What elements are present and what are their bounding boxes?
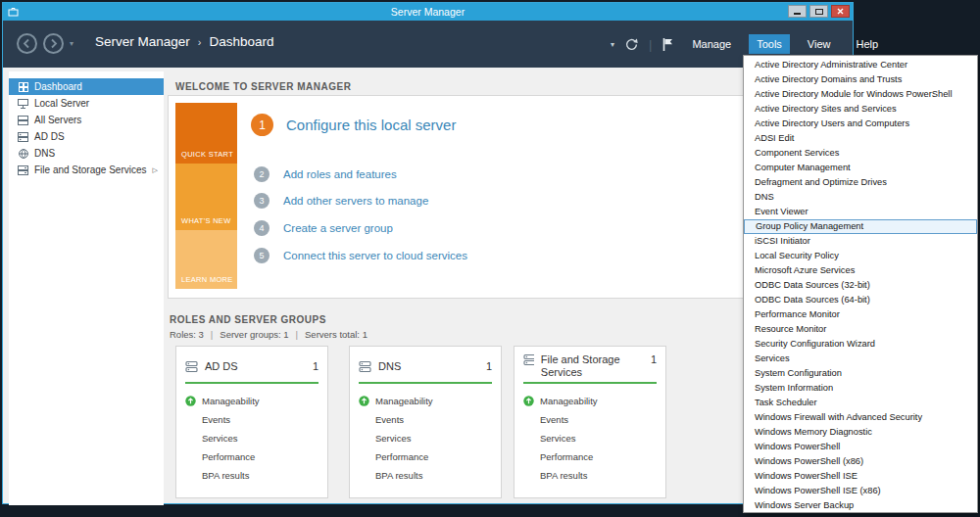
tools-menu-item[interactable]: Windows PowerShell ISE (x86) <box>744 484 977 498</box>
navbar: ▾ Server Manager › Dashboard ▾ | Man <box>3 21 853 68</box>
card-row-events[interactable]: Events <box>185 410 318 429</box>
role-card-title: DNS <box>378 360 401 373</box>
role-server-icon <box>185 360 198 373</box>
tools-menu-item[interactable]: Component Services <box>744 146 977 161</box>
sidebar-item-local-server[interactable]: Local Server <box>9 95 164 112</box>
tools-menu-item[interactable]: Performance Monitor <box>744 307 977 322</box>
role-card-count: 1 <box>486 360 492 372</box>
tab-quick-start[interactable]: QUICK START <box>175 103 237 164</box>
step-configure-local-server[interactable]: 1 Configure this local server <box>251 114 456 136</box>
role-card-ad-ds: AD DS 1 Manageability Events Services Pe… <box>175 346 328 498</box>
tools-menu-item[interactable]: Task Scheduler <box>744 396 977 410</box>
tools-menu-item[interactable]: Active Directory Module for Windows Powe… <box>744 87 977 102</box>
role-card-file-storage-services: File and Storage Services 1 Manageabilit… <box>514 346 666 498</box>
tools-menu-item[interactable]: System Information <box>744 381 977 396</box>
tools-menu-item[interactable]: Active Directory Users and Computers <box>744 117 977 131</box>
tools-menu-item[interactable]: Computer Management <box>744 161 977 175</box>
titlebar[interactable]: Server Manager <box>3 3 853 21</box>
card-row-bpa-results[interactable]: BPA results <box>185 466 318 485</box>
tools-menu-item[interactable]: Windows Server Backup <box>744 498 977 513</box>
ad-ds-icon <box>18 132 28 142</box>
sidebar-item-ad-ds[interactable]: AD DS <box>9 128 164 145</box>
close-button[interactable] <box>831 5 850 18</box>
card-row-services[interactable]: Services <box>523 429 657 447</box>
breadcrumb-root[interactable]: Server Manager <box>95 34 190 49</box>
tools-menu-item[interactable]: ODBC Data Sources (64-bit) <box>744 293 977 307</box>
tools-menu-item[interactable]: Microsoft Azure Services <box>744 263 977 278</box>
minimize-button[interactable] <box>788 5 807 18</box>
sidebar-item-all-servers[interactable]: All Servers <box>9 112 164 128</box>
tools-menu-item[interactable]: Windows PowerShell (x86) <box>744 454 977 469</box>
card-row-label: Manageability <box>202 396 260 406</box>
refresh-icon <box>624 37 639 52</box>
sidebar-item-label: DNS <box>34 148 55 159</box>
tools-menu-item[interactable]: Services <box>744 352 977 366</box>
status-up-icon <box>523 396 534 406</box>
tools-menu-item[interactable]: Windows Firewall with Advanced Security <box>744 410 977 425</box>
menu-help[interactable]: Help <box>849 34 887 54</box>
menu-view[interactable]: View <box>800 34 839 54</box>
tools-menu-item[interactable]: DNS <box>744 190 977 205</box>
chevron-right-icon[interactable]: ▷ <box>153 166 158 174</box>
card-row-events[interactable]: Events <box>523 410 657 429</box>
nav-divider: | <box>649 37 652 52</box>
refresh-button[interactable] <box>624 37 639 52</box>
nav-history-caret-icon[interactable]: ▾ <box>70 39 74 48</box>
step-number: 1 <box>251 114 273 136</box>
card-row-services[interactable]: Services <box>359 429 492 447</box>
step-connect-cloud-services[interactable]: 5 Connect this server to cloud services <box>254 248 467 263</box>
step-create-server-group[interactable]: 4 Create a server group <box>254 220 393 236</box>
step-link: Add roles and features <box>283 168 397 180</box>
back-button[interactable] <box>17 33 37 54</box>
card-row-manageability[interactable]: Manageability <box>359 392 492 410</box>
step-link: Connect this server to cloud services <box>283 250 467 261</box>
card-row-services[interactable]: Services <box>185 429 318 447</box>
forward-button[interactable] <box>43 33 64 54</box>
step-add-roles-features[interactable]: 2 Add roles and features <box>254 166 397 182</box>
tools-menu-item-group-policy-management[interactable]: Group Policy Management <box>744 219 977 234</box>
step-number: 4 <box>254 220 270 236</box>
tools-menu-item[interactable]: ADSI Edit <box>744 131 977 146</box>
card-row-manageability[interactable]: Manageability <box>523 392 657 410</box>
tools-menu-item[interactable]: Local Security Policy <box>744 249 977 263</box>
tools-menu-item[interactable]: ODBC Data Sources (32-bit) <box>744 278 977 293</box>
maximize-button[interactable] <box>809 5 828 18</box>
tools-menu-item[interactable]: Windows PowerShell ISE <box>744 469 977 484</box>
tools-menu-item[interactable]: Security Configuration Wizard <box>744 337 977 352</box>
card-row-performance[interactable]: Performance <box>523 447 657 466</box>
card-row-performance[interactable]: Performance <box>185 447 318 466</box>
tools-menu-item[interactable]: Active Directory Domains and Trusts <box>744 72 977 87</box>
server-manager-window: Server Manager ▾ Server Manager › Dashbo… <box>2 2 854 504</box>
menu-manage[interactable]: Manage <box>684 34 739 54</box>
sidebar-item-dashboard[interactable]: Dashboard <box>9 78 164 95</box>
card-row-performance[interactable]: Performance <box>359 447 492 466</box>
card-row-label: Manageability <box>375 396 433 406</box>
step-link: Configure this local server <box>286 117 456 133</box>
tools-menu-item[interactable]: Windows Memory Diagnostic <box>744 425 977 440</box>
step-add-other-servers[interactable]: 3 Add other servers to manage <box>254 193 428 209</box>
tools-menu-item[interactable]: System Configuration <box>744 366 977 381</box>
sidebar-item-file-storage-services[interactable]: File and Storage Services ▷ <box>9 162 164 178</box>
notifications-flag-button[interactable] <box>662 37 674 52</box>
breadcrumb-current[interactable]: Dashboard <box>209 34 273 49</box>
tools-menu-item[interactable]: Event Viewer <box>744 205 977 219</box>
tools-menu-item[interactable]: Active Directory Sites and Services <box>744 102 977 117</box>
card-row-events[interactable]: Events <box>359 410 492 429</box>
tools-menu-item[interactable]: Active Directory Administrative Center <box>744 58 977 72</box>
summary-divider: | <box>211 329 213 340</box>
menu-tools[interactable]: Tools <box>749 34 790 54</box>
card-row-label: Services <box>375 433 411 444</box>
step-number: 2 <box>254 166 270 182</box>
tools-menu-item[interactable]: Resource Monitor <box>744 322 977 337</box>
tools-menu-item[interactable]: Defragment and Optimize Drives <box>744 175 977 190</box>
tab-learn-more[interactable]: LEARN MORE <box>175 230 237 289</box>
card-row-bpa-results[interactable]: BPA results <box>359 466 492 485</box>
card-row-bpa-results[interactable]: BPA results <box>523 466 657 485</box>
sidebar-item-dns[interactable]: DNS <box>9 145 164 162</box>
card-row-manageability[interactable]: Manageability <box>185 392 318 410</box>
refresh-caret-icon[interactable]: ▾ <box>611 40 614 49</box>
tools-menu-item[interactable]: Windows PowerShell <box>744 440 977 454</box>
summary-divider: | <box>296 329 298 340</box>
tab-whats-new[interactable]: WHAT'S NEW <box>175 164 237 230</box>
tools-menu-item[interactable]: iSCSI Initiator <box>744 234 977 249</box>
